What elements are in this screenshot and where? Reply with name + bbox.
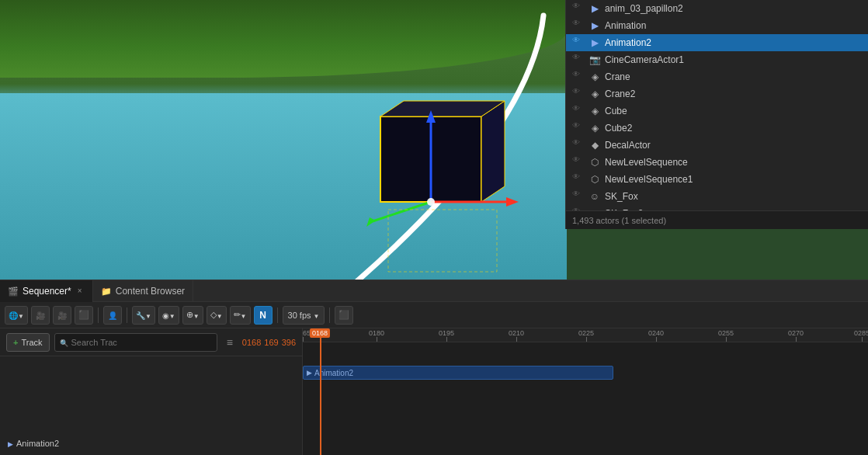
tab-contentbrowser[interactable]: Content Browser: [93, 280, 193, 302]
item-label-newlevelseq: NewLevelSequence: [605, 157, 688, 168]
globe-btn[interactable]: [5, 306, 28, 325]
mask-btn[interactable]: [158, 306, 179, 325]
ruler-tick-0255: [726, 337, 727, 342]
bookmark-n-btn[interactable]: [254, 306, 273, 325]
capture-icon: [57, 311, 67, 320]
tab-sequencer[interactable]: Sequencer* ×: [0, 280, 93, 302]
tab-sequencer-label: Sequencer*: [23, 286, 71, 297]
eye-icon-crane2[interactable]: 👁: [572, 87, 586, 101]
fps-chevron-icon: [314, 311, 320, 320]
outliner-item-skfox[interactable]: 👁☺SK_Fox: [566, 188, 868, 205]
start-frame-display: 169: [264, 338, 278, 347]
item-label-animation2: Animation2: [605, 37, 651, 48]
eye-icon-animation[interactable]: 👁: [572, 19, 586, 33]
transform-btn[interactable]: [182, 306, 203, 325]
tracks-right-panel[interactable]: 0168 01650180019502100225024002550270028…: [303, 328, 868, 455]
sequencer-icon: [8, 286, 19, 297]
fps-label: 30 fps: [288, 311, 311, 320]
ruler-label-0285: 0285: [854, 329, 868, 337]
item-label-skfox: SK_Fox: [605, 191, 638, 202]
animation2-timeline-block[interactable]: ▶ Animation2: [303, 366, 613, 380]
sequencer-toolbar: ⬛ 30 fps: [0, 302, 868, 328]
anim-block-icon: ▶: [307, 369, 312, 377]
anim-block-label: Animation2: [314, 369, 353, 377]
animation2-track-item[interactable]: Animation2: [8, 439, 59, 448]
render-anim-btn[interactable]: ⬛: [75, 306, 93, 325]
outliner-item-animation2[interactable]: 👁▶Animation2: [566, 34, 868, 51]
eye-icon-decal[interactable]: 👁: [572, 138, 586, 152]
mask-icon: [162, 311, 169, 320]
transform-icon: [186, 310, 193, 320]
outliner-item-crane2[interactable]: 👁◈Crane2: [566, 85, 868, 102]
outliner-item-cube[interactable]: 👁◈Cube: [566, 102, 868, 120]
frame-numbers: 0168 169 396: [242, 338, 296, 347]
item-icon-newlevelseq1: ⬡: [589, 173, 601, 186]
outliner-item-decal[interactable]: 👁◆DecalActor: [566, 137, 868, 154]
outliner-item-newlevelseq1[interactable]: 👁⬡NewLevelSequence1: [566, 171, 868, 188]
outliner-item-cinecamera[interactable]: 👁📷CineCameraActor1: [566, 51, 868, 68]
eye-icon-cube2[interactable]: 👁: [572, 121, 586, 135]
outliner-items-list: 👁▶anim_03_papillon2👁▶Animation👁▶Animatio…: [566, 0, 868, 222]
viewport: 👁▶anim_03_papillon2👁▶Animation👁▶Animatio…: [0, 0, 868, 280]
item-icon-crane: ◈: [589, 71, 601, 83]
transform-chevron-icon: [193, 311, 200, 320]
globe-icon: [9, 311, 18, 320]
eye-icon-newlevelseq1[interactable]: 👁: [572, 172, 586, 186]
ruler-label-0270: 0270: [788, 329, 804, 337]
eye-icon-cinecamera[interactable]: 👁: [572, 53, 586, 67]
snap-icon: [210, 310, 217, 320]
item-label-animation: Animation: [605, 20, 646, 31]
ruler-marks: 0165018001950210022502400255027002850300…: [303, 336, 868, 342]
paint-chevron-icon: [241, 311, 247, 320]
tab-sequencer-close[interactable]: ×: [75, 287, 85, 296]
outliner-item-cube2[interactable]: 👁◈Cube2: [566, 120, 868, 137]
eye-icon-crane[interactable]: 👁: [572, 70, 586, 84]
current-frame-display: 0168: [242, 338, 261, 347]
capture-btn[interactable]: [53, 306, 71, 325]
item-label-anim03: anim_03_papillon2: [605, 3, 683, 14]
add-track-label: Track: [21, 338, 42, 347]
wrench-btn[interactable]: [132, 306, 155, 325]
item-icon-animation: ▶: [589, 19, 601, 32]
outliner-item-animation[interactable]: 👁▶Animation: [566, 17, 868, 34]
outliner-item-crane[interactable]: 👁◈Crane: [566, 68, 868, 85]
search-track-input[interactable]: [71, 338, 212, 347]
add-track-button[interactable]: Track: [6, 333, 50, 352]
eye-icon-cube[interactable]: 👁: [572, 104, 586, 118]
render-icon: ⬛: [78, 310, 89, 320]
eye-icon-skfox[interactable]: 👁: [572, 189, 586, 203]
tab-browser-label: Content Browser: [116, 286, 185, 297]
outliner-item-newlevelseq[interactable]: 👁⬡NewLevelSequence: [566, 154, 868, 171]
outliner-item-anim03[interactable]: 👁▶anim_03_papillon2: [566, 0, 868, 17]
eye-icon-animation2[interactable]: 👁: [572, 36, 586, 50]
paint-btn[interactable]: [230, 306, 251, 325]
eye-icon-anim03[interactable]: 👁: [572, 2, 586, 16]
anim2-track-icon: [8, 439, 13, 448]
item-icon-crane2: ◈: [589, 88, 601, 100]
search-track-box[interactable]: [54, 333, 217, 352]
toolbar-sep-3: [277, 307, 278, 323]
timeline-content: ▶ Animation2: [303, 342, 868, 455]
ruler-tick-0195: [446, 337, 447, 342]
item-icon-animation2: ▶: [589, 36, 601, 49]
outliner-footer: 1,493 actors (1 selected): [566, 210, 868, 229]
item-label-newlevelseq1: NewLevelSequence1: [605, 174, 693, 185]
ruler-tick-0210: [516, 337, 517, 342]
current-frame-marker-label: 0168: [310, 328, 330, 338]
fps-selector[interactable]: 30 fps: [283, 306, 325, 325]
ruler-label-0225: 0225: [578, 329, 594, 337]
snap-btn[interactable]: [207, 306, 227, 325]
toolbar-sep-2: [127, 307, 127, 323]
filter-track-btn[interactable]: [222, 335, 238, 350]
persons-btn[interactable]: [103, 306, 122, 325]
monitor-btn[interactable]: [335, 306, 353, 325]
eye-icon-newlevelseq[interactable]: 👁: [572, 155, 586, 169]
ruler-tick-0165: [303, 337, 304, 342]
track-rows: Animation2: [0, 356, 302, 455]
ruler-label-0180: 0180: [369, 329, 384, 337]
item-icon-decal: ◆: [589, 139, 601, 151]
actor-count: 1,493 actors (1 selected): [572, 216, 666, 225]
globe-chevron-icon: [18, 311, 24, 320]
record-btn[interactable]: [31, 306, 50, 325]
item-icon-cinecamera: 📷: [589, 54, 601, 66]
